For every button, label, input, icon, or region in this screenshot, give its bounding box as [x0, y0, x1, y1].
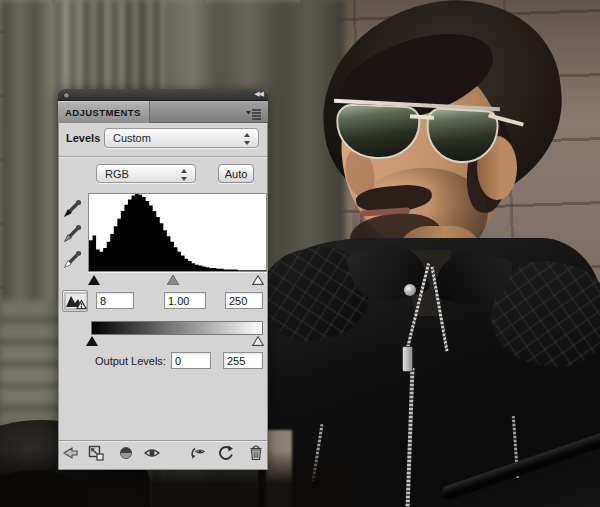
gray-point-eyedropper-icon[interactable] [63, 223, 83, 243]
toolbar-divider [59, 440, 267, 442]
uncached-refresh-warning-icon[interactable] [62, 290, 88, 312]
adjustments-panel: ◀◀ ADJUSTMENTS Levels Custom [58, 89, 268, 470]
auto-label: Auto [225, 168, 248, 180]
stepper-icon [243, 133, 252, 145]
preset-select[interactable]: Custom [104, 128, 259, 148]
histogram [88, 193, 267, 272]
histogram-shape [89, 194, 266, 271]
channel-select[interactable]: RGB [96, 164, 196, 183]
clip-to-layer-icon[interactable] [117, 444, 137, 466]
reset-icon[interactable] [217, 444, 237, 466]
panel-menu-icon[interactable] [246, 106, 262, 118]
output-levels-label: Output Levels: [95, 355, 166, 367]
shadow-input-field[interactable] [96, 292, 134, 309]
channel-value: RGB [105, 168, 129, 180]
black-point-eyedropper-icon[interactable] [63, 198, 83, 218]
expand-panel-icon[interactable] [87, 444, 107, 466]
midtone-input-field[interactable] [164, 292, 206, 309]
output-gradient-bar [91, 321, 263, 335]
panel-tabbar: ADJUSTMENTS [58, 101, 268, 123]
panel-titlebar[interactable]: ◀◀ [58, 89, 268, 101]
jacket-zipper-pull [402, 346, 413, 372]
divider [59, 156, 267, 158]
panel-content: Levels Custom RGB Auto [58, 123, 268, 470]
levels-label: Levels [66, 132, 100, 144]
output-white-field[interactable] [223, 352, 263, 369]
midtone-input-slider[interactable] [167, 275, 179, 285]
output-black-slider[interactable] [86, 336, 98, 346]
delete-trash-icon[interactable] [247, 444, 267, 466]
visibility-eye-icon[interactable] [143, 444, 163, 466]
tab-label: ADJUSTMENTS [65, 107, 141, 118]
close-icon[interactable] [63, 92, 70, 99]
tab-adjustments[interactable]: ADJUSTMENTS [58, 101, 150, 123]
auto-button[interactable]: Auto [218, 164, 254, 183]
output-white-slider[interactable] [252, 336, 264, 346]
jacket-snap-button [404, 284, 416, 296]
return-arrow-icon[interactable] [61, 444, 81, 466]
output-black-field[interactable] [171, 352, 211, 369]
preset-value: Custom [113, 132, 151, 144]
highlight-input-field[interactable] [225, 292, 263, 309]
white-point-eyedropper-icon[interactable] [63, 249, 83, 269]
collapse-to-icons-icon[interactable]: ◀◀ [254, 90, 263, 98]
screenshot: ◀◀ ADJUSTMENTS Levels Custom [0, 0, 600, 507]
highlight-input-slider[interactable] [252, 275, 264, 285]
view-previous-state-icon[interactable] [189, 444, 209, 466]
shadow-input-slider[interactable] [88, 275, 100, 285]
stepper-icon [180, 169, 189, 181]
